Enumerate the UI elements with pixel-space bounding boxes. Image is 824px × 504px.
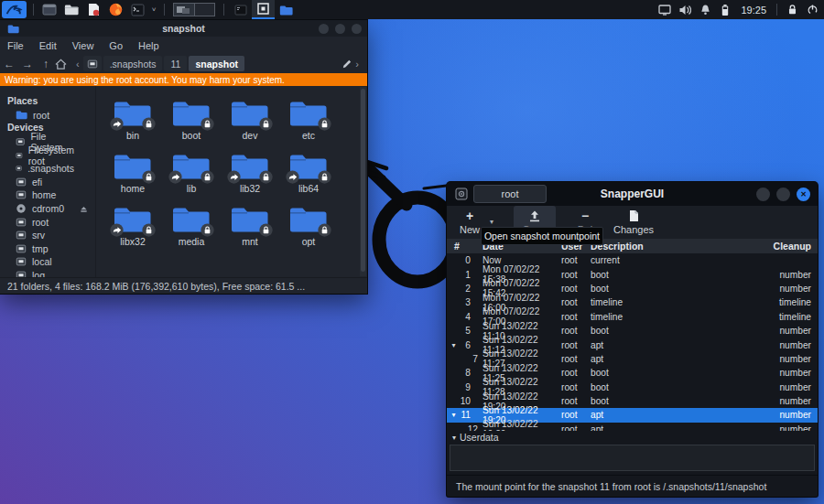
file-manager-titlebar[interactable]: snapshot — [0, 20, 367, 37]
sidebar-item-device[interactable]: home — [0, 188, 95, 202]
folder-item[interactable]: boot — [162, 99, 221, 152]
folder-item[interactable]: home — [103, 152, 162, 205]
text-editor-launcher[interactable] — [82, 0, 104, 19]
sidebar-item-device[interactable]: Filesystem root — [0, 148, 95, 162]
battery-icon[interactable] — [715, 0, 735, 19]
sidebar-item-device[interactable]: srv — [0, 229, 95, 242]
top-panel: ˅ — [0, 0, 824, 19]
sidebar-item-device[interactable]: local — [0, 255, 95, 269]
folder-item[interactable]: lib — [162, 152, 221, 205]
firefox-launcher[interactable] — [104, 0, 126, 19]
scrollbar[interactable] — [360, 87, 366, 276]
column-header-number[interactable]: # — [447, 241, 482, 252]
eject-button[interactable] — [80, 205, 88, 213]
menu-item[interactable]: Edit — [39, 40, 57, 51]
drive-icon — [16, 189, 27, 200]
launcher-dropdown-caret[interactable]: ˅ — [148, 0, 159, 19]
clock[interactable]: 19:25 — [735, 5, 772, 16]
snapshot-date: Sun 13/02/22 19:20 — [482, 419, 561, 431]
breadcrumb-segment[interactable]: 11 — [164, 56, 187, 71]
folder-item[interactable]: media — [162, 205, 221, 258]
status-bar: 21 folders, 4 files: 168.2 MiB (176,392,… — [0, 277, 367, 294]
snapshot-number: 8 — [458, 368, 471, 378]
expander-icon[interactable]: ▾ — [447, 411, 458, 419]
menu-item[interactable]: Go — [109, 40, 123, 51]
menu-item[interactable]: View — [72, 40, 94, 51]
display-settings-icon[interactable] — [655, 0, 675, 19]
changes-button[interactable]: Changes — [611, 206, 656, 237]
path-root-drive-button[interactable] — [83, 56, 102, 71]
path-scroll-right-icon[interactable]: › — [352, 59, 362, 70]
folder-item[interactable]: lib32 — [221, 152, 279, 205]
forward-button[interactable]: → — [18, 58, 37, 70]
snapper-titlebar[interactable]: SnapperGUI root ✕ — [447, 182, 818, 206]
taskbar-file-manager-window[interactable] — [275, 0, 298, 19]
home-button[interactable] — [55, 59, 73, 70]
folder-icon — [64, 4, 79, 16]
sidebar-item-device[interactable]: .snapshots — [0, 162, 95, 176]
applications-menu-button[interactable] — [2, 1, 27, 18]
plus-icon: + — [466, 209, 473, 223]
lock-emblem-icon — [259, 170, 273, 184]
close-button[interactable] — [352, 24, 362, 34]
menu-item[interactable]: Help — [138, 40, 159, 51]
userdata-expander[interactable]: ▾ Userdata — [447, 431, 818, 444]
snapshot-user: root — [561, 326, 591, 336]
close-button[interactable]: ✕ — [797, 188, 810, 201]
breadcrumb-segment[interactable]: .snapshots — [103, 56, 163, 71]
drive-icon — [87, 59, 98, 70]
minimize-button[interactable] — [319, 24, 329, 34]
monitor-icon — [658, 5, 671, 16]
folder-item[interactable]: bin — [103, 99, 162, 152]
workspace-1[interactable] — [174, 4, 194, 16]
edit-path-button[interactable] — [342, 59, 352, 70]
scrollbar-thumb[interactable] — [361, 89, 365, 272]
sidebar-item-device[interactable]: cdrom0 — [0, 202, 95, 216]
snapshot-cleanup: timeline — [764, 297, 818, 307]
workspace-switcher[interactable] — [173, 3, 215, 16]
expander-down-icon: ▾ — [452, 434, 456, 442]
lock-screen-icon[interactable] — [782, 0, 802, 19]
column-header-cleanup[interactable]: Cleanup — [764, 241, 818, 252]
sidebar-item-device[interactable]: root — [0, 215, 95, 229]
folder-item[interactable]: etc — [279, 99, 338, 152]
folder-item[interactable]: opt — [279, 205, 338, 258]
symlink-emblem-icon — [110, 117, 124, 131]
taskbar-snappergui-window[interactable] — [252, 0, 275, 19]
sidebar-item-device[interactable]: log — [0, 269, 95, 277]
sidebar-item-place[interactable]: root — [0, 109, 95, 123]
volume-icon[interactable] — [675, 0, 695, 19]
folder-item[interactable]: mnt — [221, 205, 279, 258]
menu-item[interactable]: File — [7, 40, 24, 51]
snapshot-user: root — [561, 354, 591, 364]
notifications-bell-icon[interactable] — [695, 0, 715, 19]
sidebar-item-device[interactable]: efi — [0, 176, 95, 189]
maximize-button[interactable] — [335, 24, 345, 34]
back-button[interactable]: ← — [0, 58, 18, 70]
file-manager-launcher[interactable] — [60, 0, 82, 19]
snapshot-number: 2 — [458, 284, 471, 294]
breadcrumb-segment[interactable]: snapshot — [189, 56, 244, 71]
folder-item[interactable]: lib64 — [279, 152, 338, 205]
folder-item[interactable]: dev — [221, 99, 279, 152]
workspace-2[interactable] — [194, 4, 215, 16]
sidebar-item-device[interactable]: tmp — [0, 242, 95, 256]
column-header-description[interactable]: Description — [591, 241, 764, 252]
lock-emblem-icon — [201, 223, 214, 237]
terminal-launcher[interactable] — [126, 0, 148, 19]
toolbar: ← → ↑ ‹ .snapshots — [0, 54, 367, 73]
snapshot-user: root — [561, 270, 591, 280]
snapshot-cleanup: number — [764, 340, 818, 350]
snapshot-row[interactable]: ▾ 12 Sun 13/02/22 19:20 root apt number — [447, 423, 818, 431]
minimize-button[interactable] — [756, 188, 770, 201]
power-icon[interactable] — [802, 0, 822, 19]
expander-icon[interactable]: ▾ — [447, 341, 458, 349]
up-button[interactable]: ↑ — [37, 58, 55, 70]
snapper-window-icon — [257, 3, 269, 15]
terminal-emulator-launcher[interactable] — [38, 0, 60, 19]
folder-item[interactable]: libx32 — [103, 205, 162, 258]
maximize-button[interactable] — [776, 188, 790, 201]
path-scroll-left-icon[interactable]: ‹ — [73, 59, 82, 70]
taskbar-terminal-window[interactable] — [229, 0, 252, 19]
config-tab-root[interactable]: root — [473, 185, 547, 203]
